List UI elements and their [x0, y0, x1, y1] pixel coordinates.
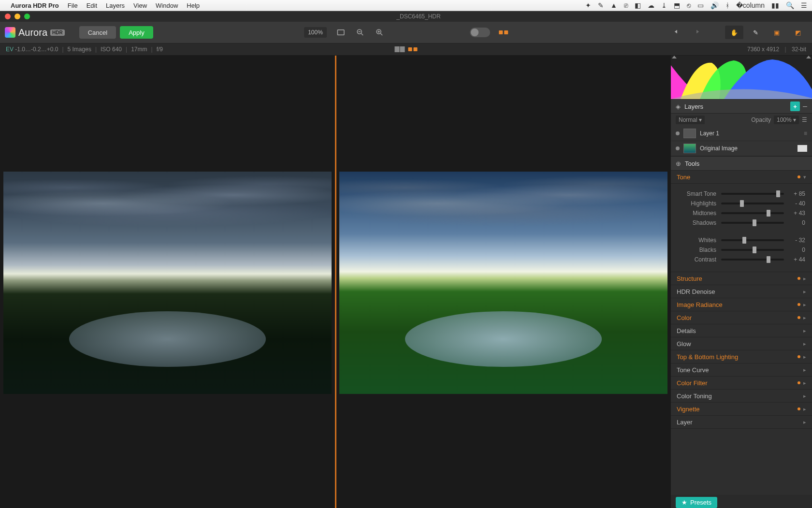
- slider-blacks[interactable]: Blacks0: [678, 247, 805, 253]
- image-dimensions: 7360 x 4912: [747, 46, 779, 53]
- slider-value: + 85: [788, 190, 805, 197]
- image-count: 5 Images: [68, 46, 91, 53]
- section-vignette[interactable]: Vignette ▸: [671, 403, 812, 416]
- zoom-in-icon[interactable]: [374, 27, 385, 38]
- section-label: Structure: [677, 275, 702, 282]
- menu-window[interactable]: Window: [156, 2, 178, 9]
- slider-shadows[interactable]: Shadows0: [678, 219, 805, 226]
- section-hdr-denoise[interactable]: HDR Denoise▸: [671, 285, 812, 298]
- menu-help[interactable]: Help: [187, 2, 200, 9]
- slider-label: Smart Tone: [678, 190, 716, 197]
- crop-tool-button[interactable]: ◩: [789, 26, 807, 39]
- status-icon[interactable]: ⤓: [661, 1, 667, 9]
- undo-icon[interactable]: [672, 27, 682, 38]
- status-icon[interactable]: ✎: [598, 1, 604, 9]
- slider-smart-tone[interactable]: Smart Tone+ 85: [678, 190, 805, 197]
- section-layer[interactable]: Layer▸: [671, 416, 812, 429]
- layer-row[interactable]: Layer 1 ≡: [671, 126, 812, 141]
- tone-section-header[interactable]: Tone ▾: [671, 171, 812, 184]
- compare-mode-button[interactable]: [499, 30, 508, 34]
- section-color[interactable]: Color ▸: [671, 311, 812, 324]
- battery-icon[interactable]: ▮▮: [771, 1, 779, 9]
- presets-bar: ★ Presets: [671, 495, 812, 508]
- blend-mode-select[interactable]: Normal ▾: [676, 116, 705, 124]
- tools-header[interactable]: ⊕ Tools: [671, 156, 812, 171]
- section-color-toning[interactable]: Color Toning▸: [671, 390, 812, 403]
- dropbox-icon[interactable]: ⬒: [674, 1, 680, 9]
- menu-view[interactable]: View: [133, 2, 147, 9]
- menu-edit[interactable]: Edit: [87, 2, 97, 9]
- tools-icon: ⊕: [676, 160, 681, 167]
- slider-track[interactable]: [721, 193, 784, 195]
- zoom-out-icon[interactable]: [355, 27, 365, 38]
- status-icon[interactable]: ◧: [635, 1, 641, 9]
- slider-track[interactable]: [721, 222, 784, 224]
- minimize-window-button[interactable]: [14, 14, 20, 19]
- spotlight-icon[interactable]: 🔍: [786, 1, 794, 9]
- logo-text: Aurora: [18, 27, 47, 38]
- layer-visibility-icon[interactable]: [676, 131, 680, 135]
- status-icon[interactable]: ☁: [648, 1, 654, 9]
- bluetooth-icon[interactable]: ᚼ: [725, 1, 729, 9]
- layer-row[interactable]: Original Image: [671, 141, 812, 156]
- presets-button[interactable]: ★ Presets: [676, 497, 717, 508]
- window-title: _DSC6465_HDR: [30, 13, 807, 20]
- section-color-filter[interactable]: Color Filter ▸: [671, 377, 812, 390]
- layer-name: Layer 1: [700, 130, 719, 137]
- section-tone-curve[interactable]: Tone Curve▸: [671, 363, 812, 377]
- slider-track[interactable]: [721, 259, 784, 261]
- cancel-button[interactable]: Cancel: [79, 26, 116, 39]
- remove-layer-button[interactable]: –: [803, 102, 807, 111]
- slider-value: - 40: [788, 200, 805, 207]
- slider-track[interactable]: [721, 203, 784, 204]
- status-icon[interactable]: ⎚: [624, 1, 628, 9]
- display-icon[interactable]: ▭: [697, 1, 704, 9]
- view-mode-indicator[interactable]: [395, 46, 418, 52]
- slider-track[interactable]: [721, 212, 784, 214]
- section-details[interactable]: Details▸: [671, 324, 812, 337]
- gradient-tool-button[interactable]: ▣: [768, 26, 786, 39]
- zoom-window-button[interactable]: [24, 14, 30, 19]
- layer-visibility-icon[interactable]: [676, 146, 680, 150]
- close-window-button[interactable]: [5, 14, 11, 19]
- slider-whites[interactable]: Whites- 32: [678, 237, 805, 244]
- menu-app[interactable]: Aurora HDR Pro: [11, 2, 59, 9]
- slider-track[interactable]: [721, 249, 784, 251]
- layer-options-icon[interactable]: ≡: [804, 130, 807, 137]
- canvas-area[interactable]: [0, 56, 671, 508]
- hand-tool-button[interactable]: ✋: [725, 26, 743, 39]
- section-top-bottom-lighting[interactable]: Top & Bottom Lighting ▸: [671, 350, 812, 363]
- slider-contrast[interactable]: Contrast+ 44: [678, 256, 805, 263]
- layer-mask-icon[interactable]: [798, 145, 807, 152]
- slider-highlights[interactable]: Highlights- 40: [678, 200, 805, 207]
- layer-menu-icon[interactable]: ☰: [802, 116, 807, 123]
- redo-icon[interactable]: [691, 27, 702, 38]
- section-image-radiance[interactable]: Image Radiance ▸: [671, 298, 812, 311]
- side-panel: ◈ Layers + – Normal ▾ Opacity 100% ▾ ☰ L…: [671, 56, 812, 508]
- status-icon[interactable]: ⎋: [687, 1, 691, 9]
- layer-thumb: [683, 144, 696, 153]
- section-label: Image Radiance: [677, 301, 723, 308]
- slider-midtones[interactable]: Midtones+ 43: [678, 210, 805, 217]
- opacity-value[interactable]: 100% ▾: [774, 116, 799, 124]
- volume-icon[interactable]: 🔊: [710, 1, 719, 9]
- add-layer-button[interactable]: +: [790, 102, 800, 111]
- preview-toggle[interactable]: [470, 28, 490, 37]
- histogram[interactable]: [671, 56, 812, 99]
- section-structure[interactable]: Structure ▸: [671, 272, 812, 285]
- ev-label: EV: [6, 46, 14, 53]
- fit-screen-icon[interactable]: [335, 27, 346, 38]
- status-icon[interactable]: ✦: [585, 1, 591, 9]
- opacity-label: Opacity: [751, 116, 771, 123]
- status-icon[interactable]: ▲: [610, 1, 617, 9]
- zoom-level[interactable]: 100%: [304, 27, 327, 38]
- menu-file[interactable]: File: [68, 2, 78, 9]
- wifi-icon[interactable]: �column: [736, 1, 765, 9]
- section-glow[interactable]: Glow▸: [671, 337, 812, 350]
- slider-track[interactable]: [721, 239, 784, 241]
- apply-button[interactable]: Apply: [120, 26, 153, 39]
- layers-header[interactable]: ◈ Layers + –: [671, 99, 812, 114]
- menu-layers[interactable]: Layers: [106, 2, 125, 9]
- brush-tool-button[interactable]: ✎: [746, 26, 765, 39]
- menu-icon[interactable]: ☰: [801, 1, 807, 9]
